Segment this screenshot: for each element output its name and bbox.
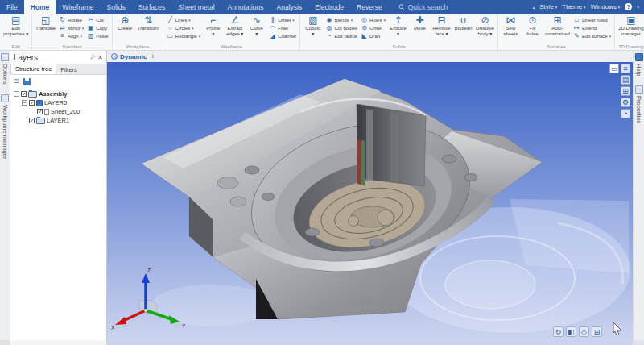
notes-icon[interactable]: ▤	[621, 75, 630, 85]
blends-button[interactable]: ◉Blends▾	[325, 16, 357, 23]
draft-button[interactable]: ◣Draft	[361, 32, 386, 39]
multi-view-icon[interactable]: ⊞	[592, 326, 602, 337]
document-area: Dynamic +	[107, 51, 633, 340]
menu-tab-solids[interactable]: Solids	[101, 0, 132, 14]
curve-button[interactable]: ∿Curve▾	[246, 15, 267, 44]
chevron-down-icon: ▾	[617, 5, 620, 10]
tree-row[interactable]: −✓Assembly	[10, 89, 106, 98]
grid-view-icon[interactable]: ⊞	[621, 86, 630, 96]
paste-button[interactable]: ▨Paste	[87, 32, 108, 39]
linear-ruled-icon: ▱	[573, 17, 580, 23]
rectangle-button[interactable]: ▭Rectangle▾	[167, 32, 201, 39]
layer-stack-icon[interactable]: ≡	[14, 77, 19, 85]
settings-gear-icon[interactable]: ⚙	[621, 98, 630, 107]
offset-button[interactable]: ∥Offset▾	[269, 16, 296, 23]
remove-face-button[interactable]: ⊟Removeface ▾	[431, 15, 452, 44]
tree-row[interactable]: ✓LAYER1	[10, 116, 106, 125]
transform-workplane-button[interactable]: ⇅Transform	[136, 15, 161, 44]
dock-tab-properties[interactable]: Properties	[635, 85, 643, 123]
linear-ruled-button[interactable]: ▱Linear ruled	[573, 16, 611, 23]
edit-surface-icon: ✎	[573, 33, 580, 39]
auto-constrained-button[interactable]: ⊞Auto-constrained	[543, 15, 572, 44]
lines-button[interactable]: ╱Lines▾	[167, 16, 201, 23]
menu-tab-reverse[interactable]: Reverse	[350, 0, 389, 14]
tree-row[interactable]: ✓Sheet_200	[10, 107, 106, 116]
copy-button[interactable]: ▣Copy	[87, 24, 108, 31]
align-button[interactable]: ≡Align▾	[59, 32, 84, 39]
viewport-menu-icon[interactable]: ≡	[621, 64, 630, 73]
orbit-icon[interactable]: ↻	[553, 326, 564, 337]
edit-properties-button[interactable]: ▤Editproperties ▾	[2, 15, 30, 44]
fillet-button[interactable]: ◠Fillet	[269, 24, 296, 31]
collapse-ribbon-icon[interactable]: ▴	[532, 5, 535, 10]
menu-tab-annotations[interactable]: Annotations	[221, 0, 270, 14]
visibility-checkbox[interactable]: ✓	[29, 118, 35, 123]
cut-bodies-button[interactable]: ◍Cut bodies	[325, 24, 357, 31]
dock-tab-workplane-manager[interactable]: Workplane manager	[1, 94, 9, 159]
help-caret-icon[interactable]: ▾	[637, 5, 639, 10]
menu-windows[interactable]: Windows ▾	[590, 3, 620, 10]
edit-surface-button[interactable]: ✎Edit surface▾	[573, 32, 611, 39]
view-orientation-icon[interactable]: ◔	[621, 109, 630, 118]
boolean-button[interactable]: ∪Boolean	[452, 15, 474, 44]
cut-button[interactable]: ✂Cut	[87, 16, 108, 23]
extend-button[interactable]: ↦Extend	[573, 24, 611, 31]
menu-tab-surfaces[interactable]: Surfaces	[132, 0, 172, 14]
offset-solid-button[interactable]: ⊚Offset	[361, 24, 386, 31]
dissolve-body-button[interactable]: ⊘Dissolvebody ▾	[474, 15, 496, 44]
tab-dynamic[interactable]: Dynamic	[111, 53, 147, 60]
menu-tab-home[interactable]: Home	[24, 0, 56, 14]
ribbon-group-label: Workplane	[114, 44, 161, 50]
rotate-button[interactable]: ↻Rotate	[59, 16, 84, 23]
collapse-icon[interactable]: −	[14, 91, 19, 97]
holes-button[interactable]: ◎Holes▾	[361, 16, 386, 23]
menu-tab-electrode[interactable]: Electrode	[308, 0, 350, 14]
dock-tab-help[interactable]: Help	[635, 53, 643, 76]
folder-icon	[36, 118, 45, 124]
dock-tab-options[interactable]: Options	[1, 53, 9, 85]
chamfer-button[interactable]: ◢Chamfer	[269, 32, 296, 39]
visibility-checkbox[interactable]: ✓	[29, 100, 35, 106]
close-icon[interactable]: ✕	[97, 54, 103, 61]
extrude-button[interactable]: ↥Extrude▾	[387, 15, 409, 44]
options-icon	[1, 53, 9, 61]
menu-bar: FileHomeWireframeSolidsSurfacesSheet met…	[0, 0, 644, 14]
help-menu-icon[interactable]: ?	[625, 3, 632, 10]
fillet-icon: ◠	[269, 25, 276, 31]
collapse-icon[interactable]: −	[22, 100, 27, 106]
2d-drawing-manager-button[interactable]: ▣2D Drawingmanager	[617, 15, 644, 44]
quick-search[interactable]: Quick search	[398, 0, 448, 14]
shaded-view-icon[interactable]: ◧	[566, 326, 576, 337]
menu-tab-sheet-metal[interactable]: Sheet metal	[171, 0, 221, 14]
visibility-checkbox[interactable]: ✓	[37, 109, 43, 114]
wireframe-view-icon[interactable]: ◇	[579, 326, 589, 337]
menu-theme[interactable]: Theme ▾	[562, 3, 585, 10]
extract-edges-button[interactable]: ∠Extractedges ▾	[224, 15, 246, 44]
cuboid-button[interactable]: ▧Cuboid▾	[302, 15, 324, 44]
cuboid-icon: ▧	[308, 15, 317, 26]
visibility-checkbox[interactable]: ✓	[21, 91, 27, 97]
menu-style[interactable]: Style ▾	[539, 3, 557, 10]
move-button[interactable]: ✚Move	[409, 15, 431, 44]
mirror-button[interactable]: ⇄Mirror▾	[59, 24, 84, 31]
new-tab-button[interactable]: +	[151, 52, 155, 60]
translate-button[interactable]: ◱Translate	[34, 15, 57, 44]
menu-tab-wireframe[interactable]: Wireframe	[56, 0, 100, 14]
viewport-restore-icon[interactable]: ▭	[609, 64, 619, 73]
viewport-3d[interactable]: Z X Y ▭≡▤⊞⚙◔ ↻◧◇⊞	[107, 62, 633, 340]
menu-tab-analysis[interactable]: Analysis	[270, 0, 309, 14]
tree-row[interactable]: −✓LAYER0	[10, 98, 106, 107]
edit-radius-button[interactable]: ◔Edit radius	[325, 32, 357, 39]
pin-icon[interactable]: ⊤	[88, 52, 97, 61]
sew-sheets-button[interactable]: ⋈Sewsheets	[500, 15, 522, 44]
save-icon[interactable]	[23, 78, 31, 85]
panel-tab-filters[interactable]: Filters	[56, 65, 80, 74]
fill-holes-button[interactable]: ⊙Fillholes	[522, 15, 543, 44]
profile-button[interactable]: ⌐Profile▾	[202, 15, 224, 44]
viewport-3d-scene[interactable]: Z X Y	[107, 62, 633, 340]
chevron-down-icon: ▾	[188, 18, 191, 23]
panel-tab-structure-tree[interactable]: Structure tree	[10, 64, 56, 74]
menu-tab-file[interactable]: File	[0, 0, 24, 14]
circles-button[interactable]: ○Circles▾	[167, 24, 201, 31]
create-workplane-button[interactable]: ⊕Create	[114, 15, 136, 44]
